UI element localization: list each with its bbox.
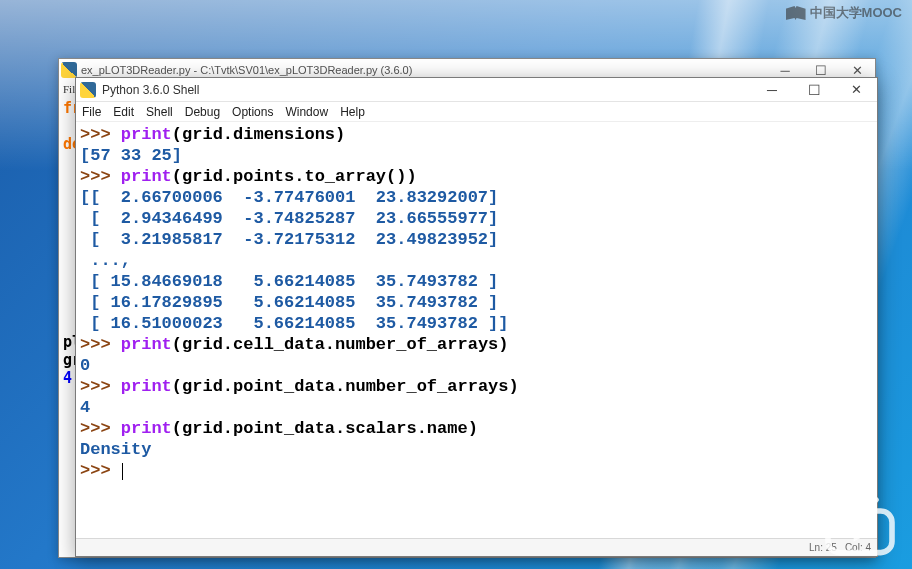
- output-text: 0: [80, 356, 90, 375]
- shell-line: [ 3.21985817 -3.72175312 23.49823952]: [80, 229, 873, 250]
- text-cursor: [122, 463, 123, 480]
- output-text: Density: [80, 440, 151, 459]
- keyword: print: [121, 335, 172, 354]
- output-text: [ 16.17829895 5.66214085 35.7493782 ]: [80, 293, 498, 312]
- bg-close-button[interactable]: ✕: [839, 63, 875, 78]
- keyword: print: [121, 377, 172, 396]
- shell-window-controls: ─ ☐ ✕: [751, 78, 877, 101]
- shell-line: [ 15.84669018 5.66214085 35.7493782 ]: [80, 271, 873, 292]
- python-shell-window: Python 3.6.0 Shell ─ ☐ ✕ File Edit Shell…: [75, 77, 878, 557]
- shell-line: >>> print(grid.dimensions): [80, 124, 873, 145]
- mooc-watermark: 中国大学MOOC: [786, 4, 902, 22]
- output-text: [ 15.84669018 5.66214085 35.7493782 ]: [80, 272, 498, 291]
- close-button[interactable]: ✕: [835, 78, 877, 101]
- menu-window[interactable]: Window: [285, 105, 328, 119]
- keyword: print: [121, 419, 172, 438]
- shell-line: >>> print(grid.point_data.scalars.name): [80, 418, 873, 439]
- output-text: ...,: [80, 251, 141, 270]
- prompt: >>>: [80, 125, 121, 144]
- python-icon: [80, 82, 96, 98]
- arguments: (grid.cell_data.number_of_arrays): [172, 335, 509, 354]
- menu-help[interactable]: Help: [340, 105, 365, 119]
- menu-shell[interactable]: Shell: [146, 105, 173, 119]
- shell-line: >>>: [80, 460, 873, 481]
- menu-debug[interactable]: Debug: [185, 105, 220, 119]
- shell-line: [ 2.94346499 -3.74825287 23.66555977]: [80, 208, 873, 229]
- shell-line: Density: [80, 439, 873, 460]
- keyword: print: [121, 125, 172, 144]
- svg-marker-3: [854, 524, 872, 542]
- shell-line: [ 16.51000023 5.66214085 35.7493782 ]]: [80, 313, 873, 334]
- menu-edit[interactable]: Edit: [113, 105, 134, 119]
- maximize-button[interactable]: ☐: [793, 78, 835, 101]
- menu-options[interactable]: Options: [232, 105, 273, 119]
- keyword: print: [121, 167, 172, 186]
- prompt: >>>: [80, 419, 121, 438]
- bilibili-watermark: [820, 495, 900, 563]
- shell-output-area[interactable]: >>> print(grid.dimensions)[57 33 25]>>> …: [76, 122, 877, 538]
- shell-line: >>> print(grid.point_data.number_of_arra…: [80, 376, 873, 397]
- book-icon: [786, 6, 806, 20]
- arguments: (grid.points.to_array()): [172, 167, 417, 186]
- bg-window-title: ex_pLOT3DReader.py - C:\Tvtk\SV01\ex_pLO…: [81, 64, 412, 76]
- output-text: [ 2.94346499 -3.74825287 23.66555977]: [80, 209, 498, 228]
- prompt: >>>: [80, 335, 121, 354]
- arguments: (grid.point_data.number_of_arrays): [172, 377, 519, 396]
- bg-snip-four: 4: [63, 369, 72, 387]
- shell-titlebar[interactable]: Python 3.6.0 Shell ─ ☐ ✕: [76, 78, 877, 102]
- arguments: (grid.dimensions): [172, 125, 345, 144]
- bg-minimize-button[interactable]: ─: [767, 63, 803, 78]
- shell-line: [ 16.17829895 5.66214085 35.7493782 ]: [80, 292, 873, 313]
- mooc-watermark-text: 中国大学MOOC: [810, 4, 902, 22]
- output-text: [ 3.21985817 -3.72175312 23.49823952]: [80, 230, 498, 249]
- arguments: (grid.point_data.scalars.name): [172, 419, 478, 438]
- prompt: >>>: [80, 461, 121, 480]
- prompt: >>>: [80, 167, 121, 186]
- shell-statusbar: Ln: 25 Col: 4: [76, 538, 877, 556]
- output-text: [[ 2.66700006 -3.77476001 23.83292007]: [80, 188, 498, 207]
- output-text: [57 33 25]: [80, 146, 182, 165]
- shell-menubar: File Edit Shell Debug Options Window Hel…: [76, 102, 877, 122]
- shell-line: [[ 2.66700006 -3.77476001 23.83292007]: [80, 187, 873, 208]
- bg-maximize-button[interactable]: ☐: [803, 63, 839, 78]
- shell-line: 0: [80, 355, 873, 376]
- shell-line: >>> print(grid.points.to_array()): [80, 166, 873, 187]
- menu-file[interactable]: File: [82, 105, 101, 119]
- output-text: [ 16.51000023 5.66214085 35.7493782 ]]: [80, 314, 508, 333]
- shell-line: ...,: [80, 250, 873, 271]
- output-text: 4: [80, 398, 90, 417]
- prompt: >>>: [80, 377, 121, 396]
- bg-window-controls: ─ ☐ ✕: [767, 63, 875, 78]
- shell-line: >>> print(grid.cell_data.number_of_array…: [80, 334, 873, 355]
- shell-line: 4: [80, 397, 873, 418]
- shell-line: [57 33 25]: [80, 145, 873, 166]
- shell-window-title: Python 3.6.0 Shell: [102, 83, 199, 97]
- minimize-button[interactable]: ─: [751, 78, 793, 101]
- python-icon: [61, 62, 77, 78]
- tv-play-icon: [820, 495, 900, 559]
